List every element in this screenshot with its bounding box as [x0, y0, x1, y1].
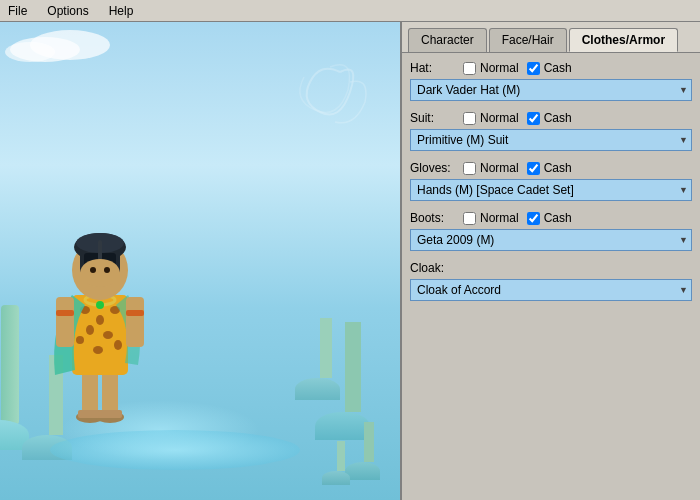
svg-point-12 [76, 336, 84, 344]
armor-section-suit: Suit: Normal Cash Primitive (M) SuitNone [410, 111, 692, 151]
gloves-cash-label: Cash [544, 161, 572, 175]
character-svg [20, 165, 180, 445]
boots-cash-checkbox[interactable] [527, 212, 540, 225]
svg-point-28 [80, 259, 120, 287]
svg-point-14 [114, 340, 122, 350]
svg-point-30 [104, 267, 110, 273]
cloak-dropdown[interactable]: Cloak of AccordNone [410, 279, 692, 301]
hat-cash-label: Cash [544, 61, 572, 75]
gloves-normal-group: Normal [463, 161, 519, 175]
gloves-dropdown-wrapper: Hands (M) [Space Cadet Set]None [410, 179, 692, 201]
suit-normal-group: Normal [463, 111, 519, 125]
svg-point-16 [96, 301, 104, 309]
gloves-normal-checkbox[interactable] [463, 162, 476, 175]
armor-section-boots: Boots: Normal Cash Geta 2009 (M)None [410, 211, 692, 251]
menu-file[interactable]: File [4, 2, 31, 20]
cloak-dropdown-wrapper: Cloak of AccordNone [410, 279, 692, 301]
gloves-dropdown[interactable]: Hands (M) [Space Cadet Set]None [410, 179, 692, 201]
boots-label: Boots: [410, 211, 455, 225]
hat-dropdown[interactable]: Dark Vader Hat (M)None [410, 79, 692, 101]
suit-normal-label: Normal [480, 111, 519, 125]
suit-cash-checkbox[interactable] [527, 112, 540, 125]
svg-point-10 [86, 325, 94, 335]
mushroom-right-2 [312, 318, 340, 400]
suit-dropdown-wrapper: Primitive (M) SuitNone [410, 129, 692, 151]
suit-cash-label: Cash [544, 111, 572, 125]
svg-point-13 [93, 346, 103, 354]
tab-character[interactable]: Character [408, 28, 487, 52]
hat-cash-group: Cash [527, 61, 572, 75]
tabs-container: Character Face/Hair Clothes/Armor [402, 22, 700, 52]
menu-options[interactable]: Options [43, 2, 92, 20]
suit-label: Suit: [410, 111, 455, 125]
boots-dropdown-wrapper: Geta 2009 (M)None [410, 229, 692, 251]
hat-normal-checkbox[interactable] [463, 62, 476, 75]
menubar: File Options Help [0, 0, 700, 22]
gloves-normal-label: Normal [480, 161, 519, 175]
hat-cash-checkbox[interactable] [527, 62, 540, 75]
suit-dropdown[interactable]: Primitive (M) SuitNone [410, 129, 692, 151]
armor-section-gloves: Gloves: Normal Cash Hands (M) [Space Cad… [410, 161, 692, 201]
armor-section-hat: Hat: Normal Cash Dark Vader Hat (M)None [410, 61, 692, 101]
menu-help[interactable]: Help [105, 2, 138, 20]
svg-rect-18 [126, 297, 144, 347]
boots-dropdown[interactable]: Geta 2009 (M)None [410, 229, 692, 251]
hat-dropdown-wrapper: Dark Vader Hat (M)None [410, 79, 692, 101]
svg-point-11 [103, 331, 113, 339]
hat-normal-group: Normal [463, 61, 519, 75]
right-panel: Character Face/Hair Clothes/Armor Hat: N… [400, 22, 700, 500]
suit-cash-group: Cash [527, 111, 572, 125]
tab-face-hair[interactable]: Face/Hair [489, 28, 567, 52]
mushroom-small-2 [332, 441, 350, 485]
svg-point-29 [90, 267, 96, 273]
boots-cash-label: Cash [544, 211, 572, 225]
armor-section-cloak: Cloak: Cloak of AccordNone [410, 261, 692, 301]
hat-normal-label: Normal [480, 61, 519, 75]
scene-panel [0, 22, 400, 500]
svg-point-8 [96, 315, 104, 325]
boots-row-header: Boots: Normal Cash [410, 211, 692, 225]
gloves-row-header: Gloves: Normal Cash [410, 161, 692, 175]
cloak-row-header: Cloak: [410, 261, 692, 275]
swirl-decoration [260, 52, 380, 152]
boots-normal-label: Normal [480, 211, 519, 225]
hat-row-header: Hat: Normal Cash [410, 61, 692, 75]
gloves-label: Gloves: [410, 161, 455, 175]
boots-normal-checkbox[interactable] [463, 212, 476, 225]
gloves-cash-group: Cash [527, 161, 572, 175]
cloak-label: Cloak: [410, 261, 455, 275]
svg-rect-19 [56, 310, 74, 316]
gloves-cash-checkbox[interactable] [527, 162, 540, 175]
tab-clothes-armor[interactable]: Clothes/Armor [569, 28, 678, 52]
svg-rect-20 [126, 310, 144, 316]
boots-normal-group: Normal [463, 211, 519, 225]
hat-label: Hat: [410, 61, 455, 75]
svg-rect-17 [56, 297, 74, 347]
svg-rect-5 [98, 410, 122, 418]
panel-content: Hat: Normal Cash Dark Vader Hat (M)None [402, 52, 700, 500]
cloud-3 [5, 42, 55, 62]
mushroom-small-1 [358, 422, 380, 480]
boots-cash-group: Cash [527, 211, 572, 225]
suit-row-header: Suit: Normal Cash [410, 111, 692, 125]
suit-normal-checkbox[interactable] [463, 112, 476, 125]
